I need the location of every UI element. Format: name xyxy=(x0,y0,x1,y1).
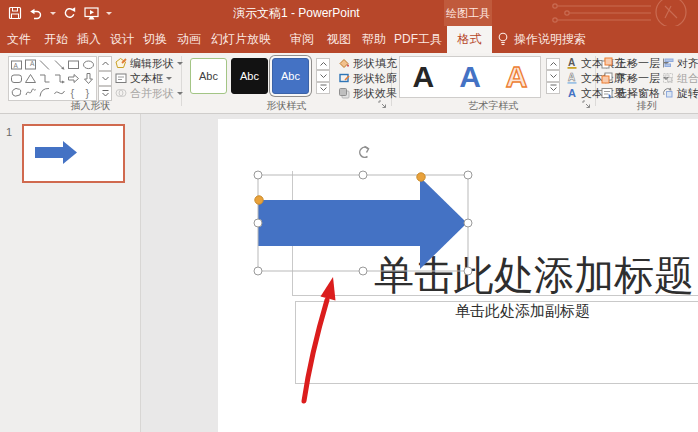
undo-dropdown-icon[interactable] xyxy=(50,12,56,18)
text-box-button[interactable]: 文本框 xyxy=(115,71,172,85)
rotate-handle-icon[interactable] xyxy=(360,147,369,158)
shape-style-1[interactable]: Abc xyxy=(190,58,227,94)
bring-forward-button[interactable]: 上移一层 xyxy=(601,56,669,70)
style-preview-text: Abc xyxy=(281,70,300,82)
shape-outline-icon xyxy=(338,72,350,84)
align-label: 对齐 xyxy=(677,56,698,71)
tab-design[interactable]: 设计 xyxy=(105,26,139,53)
shape-style-2[interactable]: Abc xyxy=(231,58,268,94)
shape-fill-button[interactable]: 形状填充 xyxy=(338,56,406,70)
tab-transitions[interactable]: 切换 xyxy=(138,26,172,53)
start-slideshow-icon[interactable] xyxy=(84,6,99,21)
tab-view[interactable]: 视图 xyxy=(322,26,356,53)
shape-oval-icon[interactable] xyxy=(82,58,95,71)
shape-elbow-connector-icon[interactable] xyxy=(38,72,51,85)
wordart-style-3[interactable]: A xyxy=(506,62,528,92)
slide-thumbnail-1[interactable] xyxy=(22,124,125,183)
red-annotation-arrow xyxy=(304,277,336,401)
group-label-shape-styles: 形状样式 xyxy=(182,99,391,112)
group-label: 组合 xyxy=(677,71,698,86)
style-preview-text: Abc xyxy=(199,70,218,82)
tab-animations[interactable]: 动画 xyxy=(172,26,206,53)
save-icon[interactable] xyxy=(8,6,22,20)
svg-text:A: A xyxy=(568,72,575,83)
tab-file[interactable]: 文件 xyxy=(2,26,36,53)
svg-text:A: A xyxy=(30,60,35,67)
styles-more-icon[interactable] xyxy=(316,82,330,94)
shape-gallery: A A { } xyxy=(8,56,97,101)
wordart-more-icon[interactable] xyxy=(546,82,560,94)
align-button[interactable]: 对齐 xyxy=(662,56,698,70)
chevron-down-icon xyxy=(166,77,172,83)
svg-text:A: A xyxy=(568,87,576,99)
shape-scribble-icon[interactable] xyxy=(24,86,37,99)
tab-format[interactable]: 格式 xyxy=(447,26,492,53)
shape-style-3-selected[interactable]: Abc xyxy=(272,58,309,94)
lightbulb-icon xyxy=(497,32,509,47)
rotate-button[interactable]: 旋转 xyxy=(662,86,698,100)
thumbnail-arrow-shape xyxy=(24,126,123,181)
shape-gallery-scroll xyxy=(98,56,112,101)
style-preview-text: Abc xyxy=(240,70,259,82)
undo-icon[interactable] xyxy=(29,6,43,20)
group-button[interactable]: 组合 xyxy=(662,71,698,85)
shape-freeform-icon[interactable] xyxy=(10,86,23,99)
shape-right-brace-icon[interactable]: } xyxy=(82,86,95,99)
edit-shape-button[interactable]: 编辑形状 xyxy=(115,56,183,70)
wordart-style-1[interactable]: A xyxy=(412,62,434,92)
contextual-tab-group-label: 绘图工具 xyxy=(444,0,492,26)
selection-pane-button[interactable]: 选择窗格 xyxy=(601,86,660,100)
shape-right-arrow-icon[interactable] xyxy=(67,72,80,85)
text-outline-icon: A xyxy=(566,72,578,84)
tab-help[interactable]: 帮助 xyxy=(357,26,391,53)
slide-editing-area[interactable]: 单击此处添加标题 单击此处添加副标题 xyxy=(218,119,698,432)
shape-fill-label: 形状填充 xyxy=(353,56,397,71)
shape-outline-button[interactable]: 形状轮廓 xyxy=(338,71,406,85)
styles-scroll-up-icon[interactable] xyxy=(316,58,330,70)
shape-rounded-rectangle-icon[interactable] xyxy=(10,72,23,85)
tab-insert[interactable]: 插入 xyxy=(72,26,106,53)
wordart-scroll-up-icon[interactable] xyxy=(546,58,560,70)
tab-home[interactable]: 开始 xyxy=(39,26,73,53)
powerpoint-window: 演示文稿1 - PowerPoint 绘图工具 文件 开始 插入 设计 切换 动… xyxy=(0,0,698,432)
blue-arrow-shape[interactable] xyxy=(258,177,467,269)
tab-slideshow[interactable]: 幻灯片放映 xyxy=(205,26,277,53)
shape-down-arrow-icon[interactable] xyxy=(82,72,95,85)
svg-text:{: { xyxy=(71,86,75,98)
wordart-scroll-down-icon[interactable] xyxy=(546,70,560,82)
styles-scroll-down-icon[interactable] xyxy=(316,70,330,82)
gallery-scroll-up-icon[interactable] xyxy=(98,56,112,71)
group-label-wordart: 艺术字样式 xyxy=(392,99,595,112)
group-label-insert-shapes: 插入形状 xyxy=(0,99,181,112)
customize-qat-icon[interactable] xyxy=(106,12,112,18)
tell-me-search[interactable]: 操作说明搜索 xyxy=(497,26,586,53)
shape-arc-icon[interactable] xyxy=(38,86,51,99)
shape-effects-button[interactable]: 形状效果 xyxy=(338,86,406,100)
send-backward-button[interactable]: 下移一层 xyxy=(601,71,669,85)
redo-icon[interactable] xyxy=(63,6,77,20)
shape-arrow-icon[interactable] xyxy=(53,58,66,71)
shape-textbox-icon[interactable]: A xyxy=(10,58,23,71)
tab-pdf-tools[interactable]: PDF工具 xyxy=(392,26,444,53)
shape-triangle-icon[interactable] xyxy=(24,72,37,85)
shape-left-brace-icon[interactable]: { xyxy=(67,86,80,99)
wordart-style-2[interactable]: A xyxy=(459,62,481,92)
shape-line-icon[interactable] xyxy=(38,58,51,71)
adjustment-handles[interactable] xyxy=(255,173,425,204)
titlebar: 演示文稿1 - PowerPoint 绘图工具 xyxy=(0,0,698,26)
shape-elbow-arrow-connector-icon[interactable] xyxy=(53,72,66,85)
merge-shapes-button[interactable]: 合并形状 xyxy=(115,86,183,100)
svg-text:A: A xyxy=(568,57,575,68)
shape-curve-icon[interactable] xyxy=(53,86,66,99)
svg-text:}: } xyxy=(85,86,89,98)
rotate-icon xyxy=(662,87,674,99)
shape-rectangle-icon[interactable] xyxy=(67,58,80,71)
window-title: 演示文稿1 - PowerPoint xyxy=(233,0,360,26)
tab-review[interactable]: 审阅 xyxy=(285,26,319,53)
shape-effects-icon xyxy=(338,87,350,99)
chevron-down-icon xyxy=(177,92,183,98)
shape-vertical-textbox-icon[interactable]: A xyxy=(24,58,37,71)
wordart-scroll xyxy=(546,58,560,94)
shape-styles-scroll xyxy=(316,58,330,94)
gallery-scroll-down-icon[interactable] xyxy=(98,71,112,86)
